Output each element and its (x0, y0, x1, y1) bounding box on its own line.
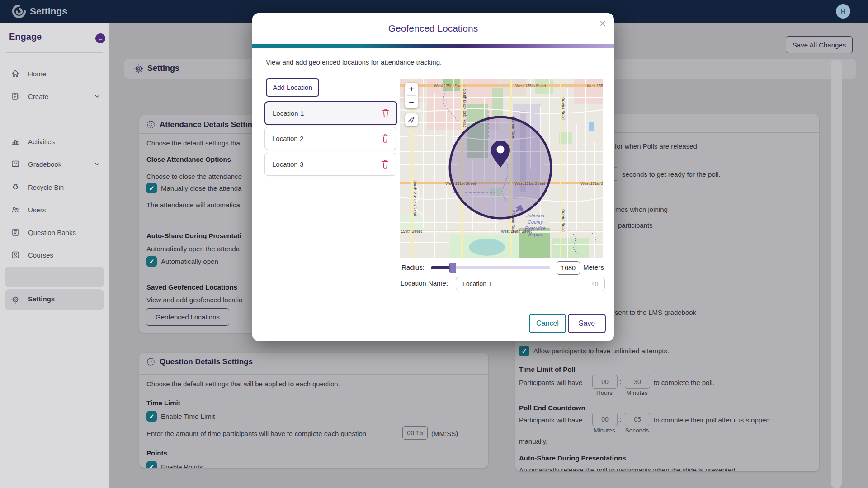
panel-title: Question Details Settings (160, 357, 253, 366)
sidebar-item-courses[interactable]: Courses (0, 245, 109, 265)
sidebar-item-settings-active[interactable]: Settings (5, 289, 104, 310)
poll-hours-input[interactable]: 00 (592, 375, 618, 389)
map[interactable]: West 135th Street West 135th Street West… (400, 79, 603, 258)
sidebar-item-question-banks[interactable]: ? Question Banks (0, 222, 109, 242)
sidebar-item-label: Home (28, 70, 46, 78)
app-logo-icon (11, 3, 27, 19)
countdown-seconds-input[interactable]: 05 (625, 413, 650, 426)
poll-minutes-input[interactable]: 30 (625, 375, 650, 389)
location-card-1[interactable]: Location 1 (264, 101, 397, 125)
geofenced-locations-label: Geofenced Locations (156, 313, 220, 321)
svg-text:Quivira Road: Quivira Road (561, 97, 566, 120)
sidebar-item-label: Question Banks (28, 229, 76, 236)
radius-slider-thumb[interactable] (449, 263, 456, 273)
sidebar-item-home[interactable]: Home (0, 64, 109, 84)
radius-value-input[interactable]: 1680 (557, 261, 580, 275)
sidebar-item-activities[interactable]: Activities (0, 131, 109, 151)
sidebar-item-label: Settings (28, 295, 55, 303)
radius-unit-label: Meters (583, 263, 604, 271)
gradebook-icon: A+ (11, 160, 20, 169)
location-name: Location 3 (272, 160, 303, 168)
page-scrollbar[interactable] (831, 60, 842, 488)
countdown-text1: Participants will have (519, 416, 582, 424)
location-name-label: Location Name: (401, 279, 448, 287)
poll-tl-text2: to complete the poll. (654, 379, 714, 386)
enable-time-limit-checkbox[interactable]: ✓ (146, 411, 157, 422)
autoshare-label: Automatically open (161, 258, 218, 265)
sidebar-item-create[interactable]: Create (0, 86, 109, 106)
autoshare-checkbox[interactable]: ✓ (146, 256, 157, 267)
time-limit-input[interactable]: 00:15 (402, 426, 428, 440)
save-button[interactable]: Save (568, 314, 606, 333)
question-desc: Choose the default settings that will be… (146, 380, 340, 388)
trash-icon[interactable] (381, 159, 390, 169)
locate-button[interactable] (405, 113, 418, 126)
navigation-arrow-icon (408, 116, 415, 123)
close-icon[interactable]: × (596, 17, 609, 30)
zoom-in-button[interactable]: + (405, 83, 418, 95)
countdown-minutes-input[interactable]: 00 (592, 413, 618, 426)
close-options-title: Close Attendance Options (146, 155, 231, 163)
colon: : (619, 415, 621, 423)
app-window: Settings H Engage ← Home Create Activiti… (0, 0, 868, 488)
users-icon (11, 205, 20, 214)
svg-text:Quivira Road: Quivira Road (561, 209, 566, 232)
cancel-button[interactable]: Cancel (529, 314, 566, 333)
map-zoom-controls: + − (405, 83, 418, 108)
sidebar-item-label: Create (28, 93, 48, 100)
geofenced-locations-modal: Geofenced Locations × View and add geofe… (252, 13, 614, 341)
location-name: Location 2 (272, 135, 303, 142)
trash-icon[interactable] (381, 108, 390, 118)
sidebar-item-users[interactable]: Users (0, 200, 109, 220)
minus-icon: − (409, 97, 414, 108)
check-icon: ✓ (149, 413, 155, 421)
svg-text:?: ? (150, 359, 152, 364)
svg-text:West 135th Street: West 135th Street (515, 84, 547, 88)
manually-text: manually. (519, 437, 547, 445)
question-banks-icon: ? (11, 228, 20, 237)
svg-text:?: ? (17, 233, 19, 236)
check-icon: ✓ (149, 258, 155, 266)
svg-text:159th Street: 159th Street (401, 229, 422, 234)
poll-time-limit-title: Time Limit of Poll (519, 366, 576, 373)
sidebar-item-gradebook[interactable]: A+ Gradebook (0, 154, 109, 174)
trash-icon[interactable] (381, 133, 390, 143)
modal-title: Geofenced Locations (252, 23, 614, 34)
avatar[interactable]: H (836, 4, 850, 19)
auto-close-note: The attendance will automatica (146, 201, 240, 209)
location-name-input[interactable]: Location 1 40 (456, 277, 605, 291)
time-amount-text: Enter the amount of time participants wi… (146, 430, 366, 437)
svg-text:Johnson: Johnson (526, 213, 544, 218)
add-location-button[interactable]: Add Location (266, 78, 319, 97)
sidebar-item-settings[interactable] (0, 267, 109, 287)
unlimited-attempts-label: Allow participants to have unlimited att… (533, 347, 669, 355)
sidebar-item-recycle-bin[interactable]: ♻ Recycle Bin (0, 177, 109, 197)
enable-points-checkbox[interactable]: ✓ (146, 461, 157, 468)
gear-icon (134, 64, 144, 74)
radius-slider[interactable] (431, 266, 550, 269)
svg-text:South Black Bob Road: South Black Bob Road (462, 89, 467, 128)
courses-icon (11, 250, 20, 259)
unlimited-attempts-checkbox[interactable]: ✓ (519, 346, 529, 356)
sidebar-item-label: Gradebook (28, 160, 61, 168)
manual-close-checkbox[interactable]: ✓ (146, 183, 157, 193)
sidebar-item-label: Courses (28, 251, 53, 259)
attendance-badge-icon (146, 120, 156, 129)
question-gear-icon: ? (146, 357, 156, 366)
radius-value: 1680 (561, 264, 576, 272)
create-icon (11, 92, 20, 101)
poll-hours-value: 00 (601, 378, 609, 385)
autoshare-desc: Automatically open the attenda (146, 245, 240, 253)
manual-close-label: Manually close the attenda (161, 184, 241, 192)
geofenced-locations-button[interactable]: Geofenced Locations (146, 308, 229, 326)
zoom-out-button[interactable]: − (405, 96, 418, 108)
location-card-2[interactable]: Location 2 (264, 127, 396, 150)
frag-polls-released: for when Polls are released. (615, 142, 699, 150)
countdown-minutes-label: Minutes (592, 427, 617, 434)
location-name-value: Location 1 (462, 280, 492, 287)
radius-label: Radius: (401, 263, 425, 271)
save-all-changes-button[interactable]: Save All Changes (786, 36, 853, 53)
location-card-3[interactable]: Location 3 (264, 153, 396, 176)
sidebar-collapse-button[interactable]: ← (95, 33, 105, 43)
svg-text:South Mur-Len Road: South Mur-Len Road (413, 180, 417, 216)
